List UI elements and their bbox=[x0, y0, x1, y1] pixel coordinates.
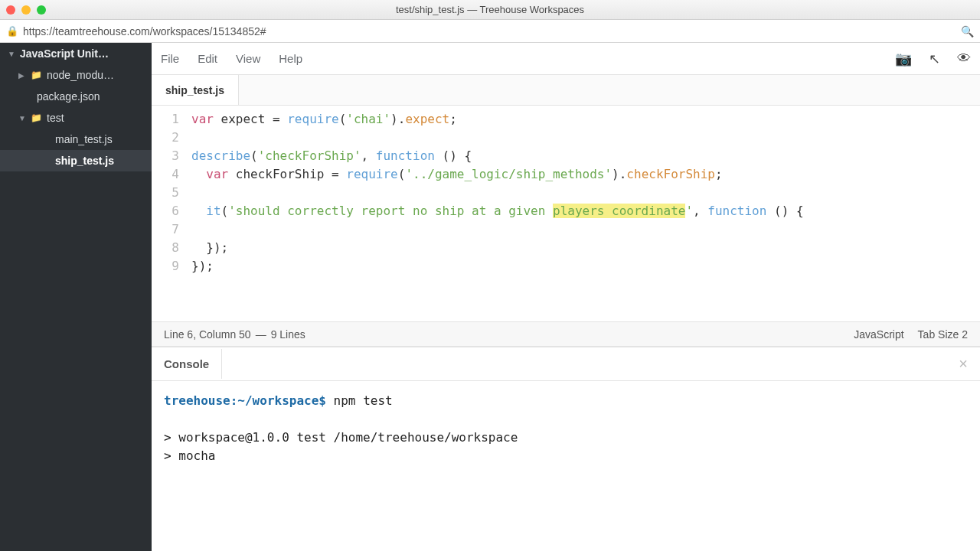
tree-item-ship-test[interactable]: ship_test.js bbox=[0, 150, 152, 171]
line-number: 2 bbox=[152, 129, 179, 147]
tree-item-label: main_test.js bbox=[55, 133, 113, 145]
code-line: }); bbox=[191, 239, 980, 257]
menu-edit[interactable]: Edit bbox=[198, 52, 217, 65]
cursor-icon[interactable]: ↖ bbox=[929, 51, 940, 67]
code-line: var expect = require('chai').expect; bbox=[191, 110, 980, 129]
lock-icon: 🔒 bbox=[6, 25, 18, 37]
code-line: describe('checkForShip', function () { bbox=[191, 147, 980, 165]
url-text[interactable]: https://teamtreehouse.com/workspaces/151… bbox=[23, 25, 266, 37]
window-title: test/ship_test.js — Treehouse Workspaces bbox=[396, 4, 584, 15]
code-line: }); bbox=[191, 257, 980, 276]
tree-root[interactable]: ▼ JavaScript Unit… bbox=[0, 43, 152, 64]
line-number: 5 bbox=[152, 184, 179, 202]
tree-item-label: ship_test.js bbox=[55, 155, 114, 167]
tree-item-package-json[interactable]: package.json bbox=[0, 86, 152, 107]
file-tree-sidebar: ▼ JavaScript Unit… ▶ 📁 node_modu… packag… bbox=[0, 43, 152, 551]
console-line: > mocha bbox=[164, 447, 968, 465]
editor-statusbar: Line 6, Column 50 — 9 Lines JavaScript T… bbox=[152, 321, 980, 346]
menu-file[interactable]: File bbox=[161, 52, 179, 65]
line-number: 4 bbox=[152, 165, 179, 184]
line-number: 8 bbox=[152, 239, 179, 257]
code-line bbox=[191, 129, 980, 147]
tree-item-main-test[interactable]: main_test.js bbox=[0, 129, 152, 150]
menu-help[interactable]: Help bbox=[279, 52, 302, 65]
tab-size[interactable]: Tab Size 2 bbox=[918, 328, 968, 341]
code-editor[interactable]: 1 2 3 4 5 6 7 8 9 var expect = require('… bbox=[152, 106, 980, 321]
console-body[interactable]: treehouse:~/workspace$ npm test > worksp… bbox=[152, 381, 980, 551]
chevron-down-icon: ▼ bbox=[18, 114, 26, 122]
console-header: Console × bbox=[152, 347, 980, 381]
tree-item-label: test bbox=[47, 112, 64, 124]
tree-item-label: node_modu… bbox=[47, 69, 114, 81]
camera-icon[interactable]: 📷 bbox=[895, 51, 912, 67]
menubar-actions: 📷 ↖ 👁 bbox=[895, 51, 971, 67]
console-panel: Console × treehouse:~/workspace$ npm tes… bbox=[152, 346, 980, 551]
code-line: it('should correctly report no ship at a… bbox=[191, 202, 980, 220]
language-mode[interactable]: JavaScript bbox=[854, 328, 903, 341]
console-line bbox=[164, 410, 968, 429]
eye-icon[interactable]: 👁 bbox=[957, 51, 971, 67]
line-number: 6 bbox=[152, 202, 179, 220]
maximize-window-button[interactable] bbox=[37, 5, 46, 15]
search-icon[interactable]: 🔍 bbox=[961, 25, 974, 37]
folder-icon: 📁 bbox=[31, 70, 42, 80]
code-line bbox=[191, 184, 980, 202]
tree-item-node-modules[interactable]: ▶ 📁 node_modu… bbox=[0, 64, 152, 86]
line-number: 3 bbox=[152, 147, 179, 165]
console-tab[interactable]: Console bbox=[164, 349, 222, 379]
traffic-lights bbox=[6, 5, 46, 15]
close-icon[interactable]: × bbox=[959, 355, 968, 373]
tab-label: ship_test.js bbox=[165, 84, 224, 96]
code-line bbox=[191, 220, 980, 239]
line-gutter: 1 2 3 4 5 6 7 8 9 bbox=[152, 110, 188, 321]
address-bar: 🔒 https://teamtreehouse.com/workspaces/1… bbox=[0, 20, 980, 43]
main-pane: File Edit View Help 📷 ↖ 👁 ship_test.js 1… bbox=[152, 43, 980, 551]
chevron-right-icon: ▶ bbox=[18, 71, 26, 80]
tab-ship-test[interactable]: ship_test.js bbox=[152, 75, 239, 105]
menu-view[interactable]: View bbox=[236, 52, 260, 65]
code-body[interactable]: var expect = require('chai').expect; des… bbox=[188, 110, 980, 321]
editor-tabbar: ship_test.js bbox=[152, 75, 980, 106]
tree-item-label: package.json bbox=[37, 90, 100, 103]
console-line: > workspace@1.0.0 test /home/treehouse/w… bbox=[164, 429, 968, 447]
workspace: ▼ JavaScript Unit… ▶ 📁 node_modu… packag… bbox=[0, 43, 980, 551]
tree-root-label: JavaScript Unit… bbox=[20, 47, 109, 60]
close-window-button[interactable] bbox=[6, 5, 15, 15]
folder-icon: 📁 bbox=[31, 112, 42, 123]
menubar: File Edit View Help 📷 ↖ 👁 bbox=[152, 43, 980, 75]
line-count: 9 Lines bbox=[271, 328, 305, 341]
chevron-down-icon: ▼ bbox=[8, 50, 15, 58]
minimize-window-button[interactable] bbox=[21, 5, 31, 15]
window-titlebar: test/ship_test.js — Treehouse Workspaces bbox=[0, 0, 980, 20]
line-number: 9 bbox=[152, 257, 179, 276]
line-number: 1 bbox=[152, 110, 179, 129]
code-line: var checkForShip = require('../game_logi… bbox=[191, 165, 980, 184]
line-number: 7 bbox=[152, 220, 179, 239]
cursor-position: Line 6, Column 50 bbox=[164, 328, 251, 341]
console-line: treehouse:~/workspace$ npm test bbox=[164, 392, 968, 410]
tree-item-test-folder[interactable]: ▼ 📁 test bbox=[0, 107, 152, 129]
